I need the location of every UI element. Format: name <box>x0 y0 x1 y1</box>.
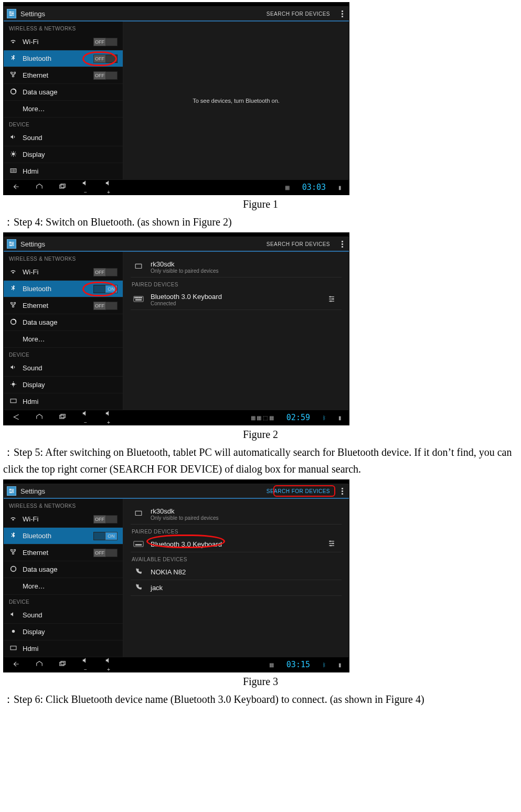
paired-device-name: Bluetooth 3.0 Keyboard <box>151 293 222 301</box>
available-device-row[interactable]: jack <box>131 580 342 596</box>
self-device-name: rk30sdk <box>151 260 219 268</box>
home-icon[interactable] <box>34 183 45 192</box>
sidebar-item-wifi[interactable]: Wi-Fi OFF <box>4 34 123 50</box>
clock: 03:03 <box>302 183 326 192</box>
sidebar-item-sound[interactable]: Sound <box>4 130 123 146</box>
sidebar-item-bluetooth[interactable]: Bluetooth ON <box>4 281 123 297</box>
volume-down-icon[interactable]: − <box>80 657 91 673</box>
sidebar-item-sound[interactable]: Sound <box>4 360 123 377</box>
settings-sidebar: WIRELESS & NETWORKS Wi-Fi OFF Bluetooth … <box>4 252 123 410</box>
recent-icon[interactable] <box>57 660 68 669</box>
sidebar-item-more[interactable]: More… <box>4 101 123 117</box>
recent-icon[interactable] <box>57 413 68 422</box>
sidebar-item-display[interactable]: Display <box>4 146 123 163</box>
sidebar-item-data-usage[interactable]: Data usage <box>4 561 123 578</box>
svg-point-52 <box>10 566 16 571</box>
figure-2-caption: Figure 2 <box>3 429 518 441</box>
svg-rect-57 <box>135 544 142 545</box>
sidebar-item-ethernet[interactable]: Ethernet OFF <box>4 297 123 314</box>
overflow-menu-icon[interactable] <box>338 241 346 248</box>
back-icon[interactable] <box>11 413 22 422</box>
sidebar-item-bluetooth[interactable]: Bluetooth ON <box>4 528 123 544</box>
volume-up-icon[interactable]: + <box>103 410 114 426</box>
overflow-menu-icon[interactable] <box>338 488 346 495</box>
svg-point-24 <box>12 382 14 385</box>
self-device-row[interactable]: rk30sdk Only visible to paired devices <box>131 257 342 277</box>
volume-up-icon[interactable]: + <box>103 179 114 196</box>
sidebar-item-data-usage[interactable]: Data usage <box>4 314 123 331</box>
figure-3-caption: Figure 3 <box>3 676 518 688</box>
search-for-devices-button[interactable]: SEARCH FOR DEVICES <box>262 9 334 19</box>
bluetooth-icon <box>9 284 17 293</box>
battery-icon: ▮ <box>338 185 342 190</box>
sidebar-item-more[interactable]: More… <box>4 331 123 348</box>
sidebar-item-hdmi[interactable]: Hdmi <box>4 640 123 657</box>
svg-rect-65 <box>61 661 65 664</box>
sidebar-item-more[interactable]: More… <box>4 578 123 595</box>
category-wireless: WIRELESS & NETWORKS <box>4 252 123 264</box>
sidebar-item-display[interactable]: Display <box>4 624 123 640</box>
device-settings-icon[interactable] <box>324 540 339 549</box>
ethernet-toggle[interactable]: OFF <box>93 71 118 80</box>
bluetooth-toggle[interactable]: OFF <box>93 55 118 63</box>
sidebar-item-hdmi[interactable]: Hdmi <box>4 393 123 410</box>
svg-rect-13 <box>61 184 65 187</box>
home-icon[interactable] <box>34 413 45 422</box>
sidebar-item-sound[interactable]: Sound <box>4 607 123 624</box>
status-icons: ▦ ▦ ⬚ ▦ <box>251 415 274 421</box>
bluetooth-toggle[interactable]: ON <box>93 285 118 293</box>
svg-point-17 <box>9 242 10 243</box>
sidebar-item-wifi[interactable]: Wi-Fi OFF <box>4 264 123 281</box>
settings-app-icon <box>7 9 16 18</box>
svg-rect-50 <box>14 550 16 551</box>
hdmi-label: Hdmi <box>23 398 118 405</box>
overflow-menu-icon[interactable] <box>338 10 346 17</box>
sidebar-item-data-usage[interactable]: Data usage <box>4 84 123 101</box>
sidebar-item-ethernet[interactable]: Ethernet OFF <box>4 544 123 561</box>
search-for-devices-button[interactable]: SEARCH FOR DEVICES <box>262 239 334 249</box>
self-device-row[interactable]: rk30sdk Only visible to paired devices <box>131 504 342 525</box>
sidebar-item-wifi[interactable]: Wi-Fi OFF <box>4 511 123 528</box>
wifi-toggle[interactable]: OFF <box>93 515 118 523</box>
empty-state-message: To see devices, turn Bluetooth on. <box>123 22 349 180</box>
available-device-row[interactable]: NOKIA N82 <box>131 564 342 580</box>
device-settings-icon[interactable] <box>324 295 339 304</box>
volume-up-icon[interactable]: + <box>103 657 114 673</box>
bluetooth-toggle[interactable]: ON <box>93 532 118 540</box>
hdmi-label: Hdmi <box>23 167 118 175</box>
paired-device-row[interactable]: Bluetooth 3.0 Keyboard Connected <box>131 290 342 310</box>
phone-icon <box>133 568 144 576</box>
ethernet-toggle[interactable]: OFF <box>93 302 118 310</box>
svg-rect-32 <box>140 297 141 298</box>
volume-down-icon[interactable]: − <box>80 179 91 196</box>
category-device: DEVICE <box>4 117 123 130</box>
sidebar-item-ethernet[interactable]: Ethernet OFF <box>4 67 123 84</box>
android-statusbar <box>4 233 349 237</box>
svg-point-63 <box>330 545 332 547</box>
svg-rect-29 <box>136 297 137 298</box>
sidebar-item-display[interactable]: Display <box>4 377 123 393</box>
wifi-toggle[interactable]: OFF <box>93 38 118 46</box>
wifi-icon <box>9 515 17 523</box>
recent-icon[interactable] <box>57 183 68 192</box>
category-wireless: WIRELESS & NETWORKS <box>4 499 123 511</box>
svg-point-46 <box>9 489 10 490</box>
wifi-toggle[interactable]: OFF <box>93 268 118 276</box>
sound-label: Sound <box>23 611 118 619</box>
search-for-devices-button[interactable]: SEARCH FOR DEVICES <box>262 486 334 496</box>
sidebar-item-bluetooth[interactable]: Bluetooth OFF <box>4 50 123 67</box>
volume-down-icon[interactable]: − <box>80 410 91 426</box>
android-statusbar <box>4 3 349 7</box>
available-device-name: NOKIA N82 <box>151 568 186 576</box>
svg-point-5 <box>10 15 12 16</box>
back-icon[interactable] <box>11 183 22 192</box>
paired-device-row[interactable]: Bluetooth 3.0 Keyboard <box>131 537 342 552</box>
svg-point-3 <box>9 12 10 13</box>
ethernet-toggle[interactable]: OFF <box>93 549 118 557</box>
svg-rect-56 <box>134 541 143 547</box>
back-icon[interactable] <box>11 660 22 669</box>
paired-devices-header: PAIRED DEVICES <box>132 529 341 535</box>
sidebar-item-hdmi[interactable]: Hdmi <box>4 163 123 180</box>
action-bar: Settings SEARCH FOR DEVICES <box>4 237 349 252</box>
home-icon[interactable] <box>34 660 45 669</box>
